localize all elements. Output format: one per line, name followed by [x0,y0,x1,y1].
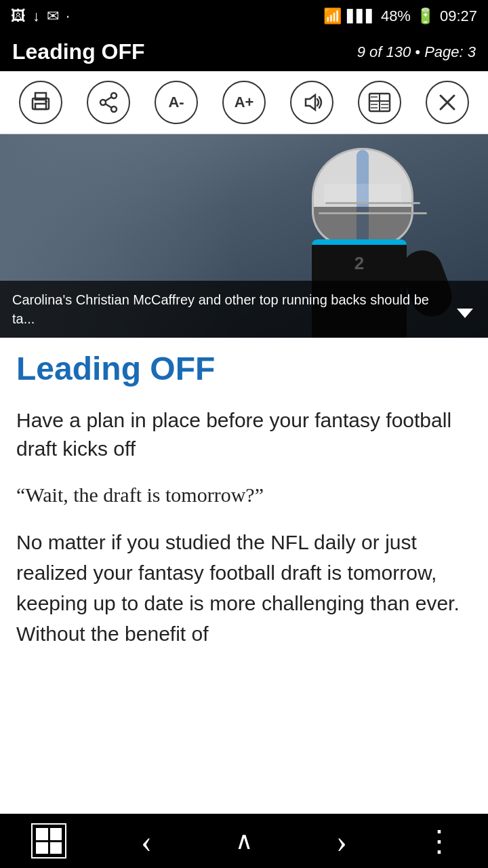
audio-icon [300,91,323,114]
nav-more-button[interactable] [412,814,466,868]
close-button[interactable] [426,81,469,124]
article-quote: “Wait, the draft is tomorrow?” [16,481,472,509]
svg-line-7 [106,97,112,101]
font-increase-button[interactable]: A+ [222,81,266,124]
news-button[interactable] [358,81,401,124]
battery-level: 48% [381,7,411,25]
page-info: 9 of 130 • Page: 3 [357,43,476,61]
image-status-icon: 🖼 [11,7,26,25]
font-decrease-label: A- [168,94,184,111]
print-icon [30,92,52,113]
font-decrease-button[interactable]: A- [155,81,198,124]
caption-text: Carolina's Christian McCaffrey and other… [12,292,429,326]
article-image: 2 Carolina's Christian McCaffrey and oth… [0,134,488,338]
news-toolbar-icon [368,91,391,114]
top-header: Leading OFF 9 of 130 • Page: 3 [0,33,488,71]
svg-point-4 [111,93,117,98]
status-bar: 🖼 ↓ ✉ · 📶 ▋▋▋ 48% 🔋 09:27 [0,0,488,33]
audio-button[interactable] [290,81,333,124]
share-icon [98,92,119,113]
print-button[interactable] [19,81,62,124]
svg-rect-2 [35,104,46,109]
toolbar: A- A+ [0,71,488,134]
wifi-icon: 📶 [323,7,342,25]
article-subtitle: Have a plan in place before your fantasy… [16,406,472,463]
news-nav-button[interactable] [22,814,76,868]
caption-expand-button[interactable] [450,298,480,328]
clock: 09:27 [440,7,477,25]
article-content: Leading OFF Have a plan in place before … [0,338,488,669]
svg-line-8 [106,104,112,108]
nav-up-button[interactable] [217,814,271,868]
close-icon [438,93,457,112]
status-left-icons: 🖼 ↓ ✉ · [11,7,70,25]
font-increase-label: A+ [235,94,254,111]
svg-marker-9 [306,95,315,110]
svg-point-5 [100,100,106,105]
download-status-icon: ↓ [33,7,40,25]
svg-point-6 [111,106,117,112]
article-title: Leading OFF [16,351,472,387]
dot-status-icon: · [66,7,70,25]
bottom-nav [0,814,488,868]
news-nav-icon [31,823,66,859]
nav-forward-button[interactable] [314,814,369,868]
mail-status-icon: ✉ [47,7,59,25]
svg-point-3 [45,100,47,103]
chevron-down-icon [457,309,473,318]
signal-icon: ▋▋▋ [347,9,375,24]
header-title: Leading OFF [12,39,145,64]
image-caption: Carolina's Christian McCaffrey and other… [0,281,488,338]
article-body: No matter if you studied the NFL daily o… [16,527,472,649]
share-button[interactable] [87,81,130,124]
status-right-icons: 📶 ▋▋▋ 48% 🔋 09:27 [323,7,477,25]
battery-icon: 🔋 [416,7,434,25]
nav-back-button[interactable] [119,814,174,868]
